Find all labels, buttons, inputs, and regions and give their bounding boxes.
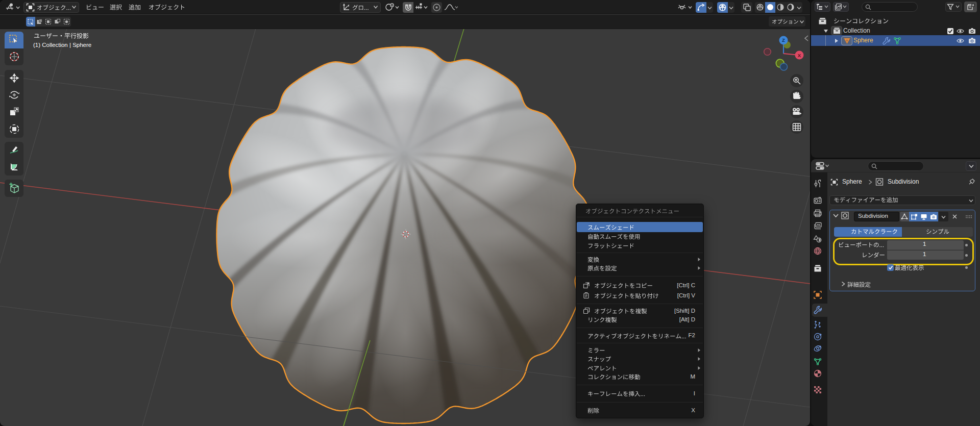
svg-text:Z: Z xyxy=(782,37,785,43)
svg-text:X: X xyxy=(798,53,801,58)
